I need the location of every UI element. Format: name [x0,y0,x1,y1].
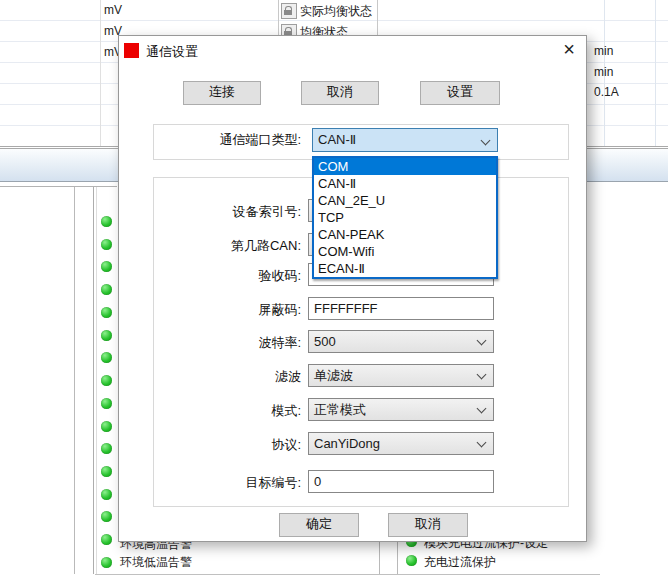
unit-cell: mV [104,3,122,17]
status-led [101,557,112,568]
ok-button[interactable]: 确定 [279,513,359,537]
status-led [101,421,112,432]
unit-cell: 0.1A [594,85,619,99]
filter-label: 滤波 [149,368,301,386]
dropdown-item[interactable]: COM-Wifi [314,243,496,260]
app-icon [124,43,139,58]
mode-label: 模式: [149,402,301,420]
mode-combobox[interactable]: 正常模式 [308,398,494,421]
filter-combobox[interactable]: 单滤波 [308,364,494,387]
dropdown-item[interactable]: TCP [314,209,496,226]
status-led [101,352,112,363]
baud-rate-label: 波特率: [149,334,301,352]
acceptance-code-label: 验收码: [149,267,301,285]
target-number-input[interactable]: 0 [308,470,494,493]
dropdown-item[interactable]: ECAN-Ⅱ [314,260,496,277]
status-led [101,330,112,341]
status-led [101,261,112,272]
protocol-combobox[interactable]: CanYiDong [308,432,494,455]
status-led [101,443,112,454]
dropdown-item[interactable]: COM [314,158,496,175]
alarm-label: 环境低温告警 [120,554,192,571]
dropdown-item[interactable]: CAN-PEAK [314,226,496,243]
protocol-label: 协议: [149,436,301,454]
can-channel-label: 第几路CAN: [149,237,301,255]
status-led [101,534,112,545]
alarm-label: 充电过流保护 [424,554,496,571]
unit-cell: min [594,65,613,79]
dropdown-item[interactable]: CAN-Ⅱ [314,175,496,192]
port-type-dropdown-list: COM CAN-Ⅱ CAN_2E_U TCP CAN-PEAK COM-Wifi… [312,156,498,279]
cancel-bottom-button[interactable]: 取消 [388,513,468,537]
status-led [406,555,417,566]
mask-code-label: 屏蔽码: [149,301,301,319]
status-led [101,511,112,522]
unit-cell: min [594,44,613,58]
lock-icon [281,3,297,19]
status-led [101,239,112,250]
port-type-value: CAN-Ⅱ [318,132,356,147]
communication-settings-dialog: 通信设置 × 连接 取消 设置 通信端口类型: CAN-Ⅱ 设备索引号: 0 第… [118,35,587,542]
status-led [101,307,112,318]
dialog-title: 通信设置 [146,43,198,61]
settings-button[interactable]: 设置 [420,81,500,105]
chevron-down-icon [477,438,487,448]
target-number-label: 目标编号: [149,474,301,492]
mask-code-input[interactable]: FFFFFFFF [308,297,494,320]
chevron-down-icon [477,336,487,346]
baud-rate-combobox[interactable]: 500 [308,330,494,353]
status-led [101,466,112,477]
port-type-label: 通信端口类型: [149,131,301,149]
status-led [101,489,112,500]
status-cell-label: 实际均衡状态 [300,3,372,20]
close-icon[interactable]: × [558,38,580,60]
chevron-down-icon [477,370,487,380]
port-type-combobox[interactable]: CAN-Ⅱ [312,128,498,152]
status-led [101,284,112,295]
status-led [101,216,112,227]
chevron-down-icon [481,136,491,146]
connect-button[interactable]: 连接 [183,81,261,105]
dropdown-item[interactable]: CAN_2E_U [314,192,496,209]
cancel-button[interactable]: 取消 [301,81,379,105]
status-cell: 实际均衡状态 [281,2,372,20]
status-led [101,375,112,386]
device-index-label: 设备索引号: [149,203,301,221]
status-led [101,398,112,409]
chevron-down-icon [477,404,487,414]
